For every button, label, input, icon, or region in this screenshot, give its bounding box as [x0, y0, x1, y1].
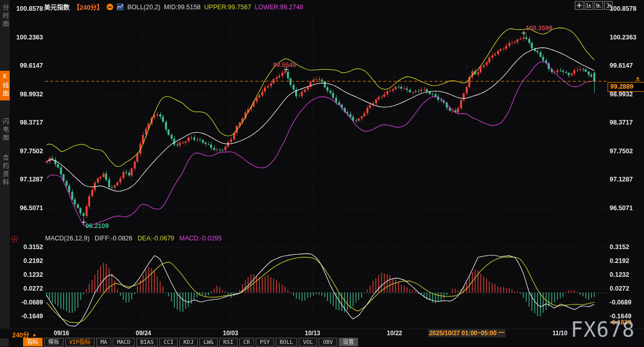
collapse-minus-icon[interactable] — [107, 4, 113, 10]
current-price-box: 99.2889 — [608, 82, 644, 92]
watermark: FX678 — [571, 318, 635, 341]
price-axis-label: 100.2363 — [610, 34, 643, 41]
tab-label: 合约资料 — [2, 154, 9, 187]
price-axis-label: 99.6147 — [610, 62, 643, 69]
boll-lower-value: LOWER:99.2748 — [255, 4, 303, 11]
price-axis-label: 97.7502 — [610, 148, 643, 155]
price-axis-label: 96.5071 — [610, 205, 643, 212]
sidebar-tab-contract-info[interactable]: 合约资料 — [0, 152, 10, 189]
chart-toolbar — [575, 1, 613, 10]
move-crosshair-icon[interactable] — [575, 1, 584, 10]
cross-marker — [284, 67, 288, 72]
date-tick: 09/24 — [136, 330, 151, 337]
toolbar-item-cci[interactable]: CCI — [159, 338, 178, 346]
toolbar-item-cr[interactable]: CR — [239, 338, 254, 346]
macd-axis-label: 0.3152 — [610, 243, 643, 251]
price-axis-label: 98.3717 — [610, 119, 643, 126]
macd-axis-label: 0.2192 — [610, 257, 643, 264]
macd-macd-value: MACD:-0.0295 — [179, 235, 222, 242]
price-axis-label: 97.7502 — [8, 148, 43, 155]
axis-zoom-in-icon[interactable] — [585, 1, 593, 10]
toolbar-item-macd[interactable]: MACD — [113, 338, 135, 346]
macd-axis-label: 0.0272 — [610, 285, 643, 292]
macd-params: MACD(26,12,9) — [45, 235, 90, 242]
price-up-arrow-icon: ▲ — [635, 75, 640, 81]
swing-high-annotation: 100.3599 — [526, 25, 552, 32]
axis-zoom-out-icon[interactable] — [594, 1, 603, 10]
boll-mid-value: MID:99.5158 — [164, 4, 201, 11]
tab-label: K线图 — [2, 73, 9, 98]
boll-params: BOLL(20,2) — [127, 4, 160, 11]
mini-chart-icon — [117, 4, 123, 10]
toolbar-item-lw[interactable]: LW& — [199, 338, 218, 346]
cross-marker — [81, 220, 86, 224]
corner-box — [0, 338, 9, 346]
left-sidebar: 分时图 K线图 闪电图 合约资料 — [0, 0, 10, 328]
price-axis-label: 100.8578 — [610, 5, 643, 12]
macd-axis-label: 0.1232 — [610, 271, 643, 278]
toolbar-item-psy[interactable]: PSY — [256, 338, 274, 346]
price-axis-label: 97.1287 — [610, 176, 643, 183]
price-axis-label: 100.8578 — [8, 5, 43, 12]
date-axis-row: 240分 ▲ 09/16 09/24 10/03 10/13 10/22 202… — [0, 329, 644, 338]
price-axis-label: 99.6147 — [8, 62, 43, 69]
sidebar-tab-timeline[interactable]: 分时图 — [0, 2, 10, 31]
toolbar-item-obv[interactable]: OBV — [319, 338, 337, 346]
sidebar-tab-kline[interactable]: K线图 — [0, 71, 10, 100]
date-tick: 11/10 — [552, 330, 567, 337]
toolbar-item-ma[interactable]: MA — [96, 338, 111, 346]
tab-label: 分时图 — [2, 4, 9, 29]
macd-axis-label: -0.1649 — [8, 313, 43, 320]
date-tick: 10/22 — [387, 330, 402, 337]
toolbar-item-rsi[interactable]: RSI — [219, 338, 238, 346]
date-tick: 10/03 — [223, 330, 238, 337]
crosshair-datetime-label: 2025/10/27 01:00~05:00 一 — [428, 329, 506, 337]
macd-axis-label: 0.0272 — [8, 285, 43, 292]
sidebar-tab-flash[interactable]: 闪电图 — [0, 116, 10, 145]
toolbar-item-settings[interactable]: 设置 — [339, 338, 358, 346]
price-axis-label: 96.5071 — [8, 205, 43, 212]
macd-header: MACD(26,12,9) DIFF:-0.0826 DEA:-0.0679 M… — [45, 235, 222, 242]
chart-header: 美元指数 【240分】 BOLL(20,2) MID:99.5158 UPPER… — [44, 2, 303, 12]
toolbar-item-vol[interactable]: VOL — [299, 338, 317, 346]
macd-diff-value: DIFF:-0.0826 — [95, 235, 133, 242]
macd-axis-label: 0.3152 — [8, 243, 43, 251]
trading-chart-window: 分时图 K线图 闪电图 合约资料 美元指数 【240分】 BOLL(20,2) … — [0, 0, 644, 347]
toolbar-item-vip[interactable]: VIP指标 — [65, 338, 95, 346]
price-axis-label: 98.3717 — [8, 119, 43, 126]
price-axis-label: 98.9932 — [8, 91, 43, 98]
date-tick: 10/13 — [305, 330, 320, 337]
toolbar-item-bias[interactable]: BIAS — [136, 338, 158, 346]
cross-marker — [522, 31, 526, 35]
date-tick: 09/16 — [54, 330, 69, 337]
tab-label: 闪电图 — [2, 118, 9, 142]
macd-axis-label: 0.2192 — [8, 257, 43, 264]
macd-axis-label: -0.0689 — [8, 299, 43, 306]
price-axis-label: 100.2363 — [8, 34, 43, 41]
toolbar-item-indicator[interactable]: 指标 — [23, 338, 43, 346]
macd-axis-label: -0.0689 — [610, 299, 643, 306]
boll-upper-value: UPPER:99.7567 — [204, 4, 252, 11]
price-axis-label: 98.9932 — [610, 91, 643, 98]
toolbar-item-template[interactable]: 模板 — [44, 338, 64, 346]
swing-low-annotation: 96.2109 — [86, 222, 109, 230]
toolbar-item-kdj[interactable]: KDJ — [179, 338, 198, 346]
alert-starburst-icon — [11, 235, 18, 243]
period-label: 【240分】 — [73, 2, 103, 12]
symbol-name: 美元指数 — [44, 2, 70, 12]
price-macd-chart-canvas[interactable] — [0, 0, 644, 347]
toolbar-item-boll[interactable]: BOLL — [276, 338, 298, 346]
macd-dea-value: DEA:-0.0679 — [137, 235, 174, 242]
macd-axis-label: 0.1232 — [8, 271, 43, 278]
indicator-toolbar: 指标 模板 VIP指标 MA MACD BIAS CCI KDJ LW& RSI… — [23, 338, 358, 346]
price-axis-label: 97.1287 — [8, 176, 43, 183]
triangle-up-icon: ▲ — [32, 332, 37, 337]
